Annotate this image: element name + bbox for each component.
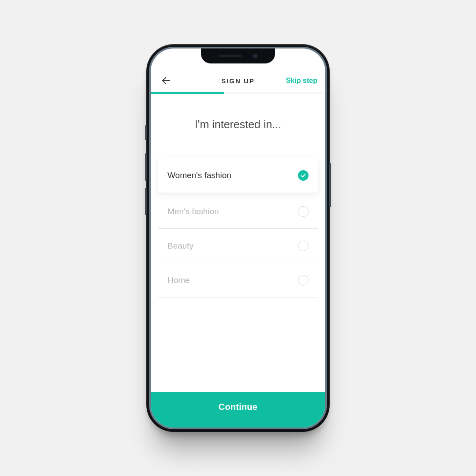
radio-unchecked-icon — [298, 275, 309, 286]
side-button — [145, 188, 147, 215]
progress-bar — [151, 93, 325, 93]
option-label: Men's fashion — [167, 207, 219, 216]
option-label: Women's fashion — [167, 171, 231, 180]
option-mens-fashion[interactable]: Men's fashion — [158, 194, 318, 229]
progress-fill — [151, 92, 224, 94]
back-arrow-icon — [161, 75, 171, 86]
radio-unchecked-icon — [298, 206, 309, 217]
interest-options: Women's fashion Men's fashion Beauty — [151, 158, 325, 298]
skip-step-button[interactable]: Skip step — [286, 77, 317, 85]
side-button — [145, 125, 147, 140]
question-heading: I'm interested in... — [151, 118, 325, 131]
option-beauty[interactable]: Beauty — [158, 229, 318, 263]
side-button — [145, 153, 147, 181]
radio-unchecked-icon — [298, 241, 309, 251]
side-button — [329, 163, 331, 207]
option-label: Beauty — [167, 241, 193, 251]
app-screen: SIGN UP Skip step I'm interested in... W… — [151, 48, 325, 428]
back-button[interactable] — [159, 73, 174, 88]
continue-button[interactable]: Continue — [151, 392, 325, 428]
content: I'm interested in... Women's fashion Men… — [151, 93, 325, 392]
option-home[interactable]: Home — [158, 263, 318, 298]
option-label: Home — [167, 275, 190, 285]
device-notch — [201, 48, 275, 63]
checkmark-icon — [298, 170, 309, 181]
phone-frame: SIGN UP Skip step I'm interested in... W… — [146, 44, 330, 432]
option-womens-fashion[interactable]: Women's fashion — [158, 158, 318, 193]
